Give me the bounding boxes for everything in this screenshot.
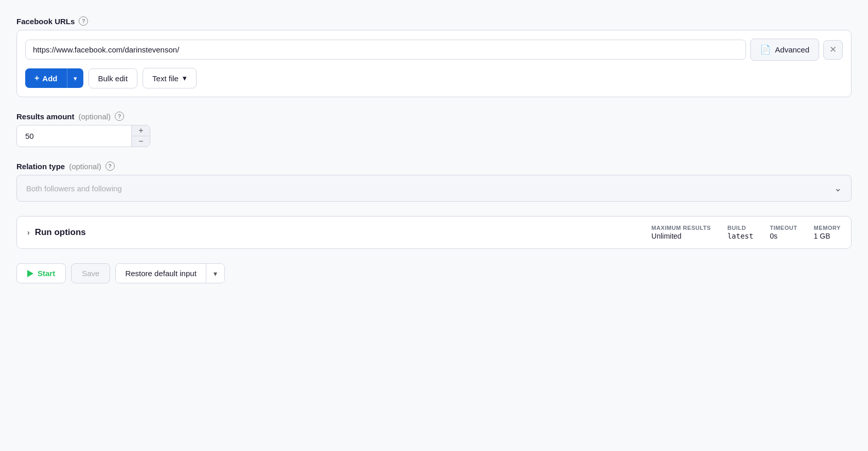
- run-options-section: › Run options MAXIMUM RESULTS Unlimited …: [16, 216, 852, 249]
- add-button-group: + Add ▾: [25, 68, 83, 88]
- results-amount-help-icon[interactable]: ?: [115, 112, 124, 121]
- restore-button-dropdown[interactable]: ▾: [206, 264, 224, 283]
- restore-button-group: Restore default input ▾: [115, 263, 224, 283]
- plus-icon: +: [138, 126, 143, 135]
- url-input[interactable]: [25, 40, 746, 60]
- results-amount-stepper: + −: [16, 125, 150, 147]
- url-outer-box: 📄 Advanced ✕ + Add ▾ Bulk edit Tex: [16, 30, 852, 97]
- add-button-dropdown[interactable]: ▾: [67, 68, 83, 88]
- run-options-chevron-icon: ›: [27, 228, 30, 237]
- bottom-actions: Start Save Restore default input ▾: [16, 263, 852, 283]
- play-icon: [27, 270, 33, 277]
- close-icon: ✕: [829, 44, 837, 55]
- url-row: 📄 Advanced ✕: [25, 39, 843, 61]
- relation-type-section: Relation type (optional) ? Both follower…: [16, 161, 852, 202]
- results-amount-input[interactable]: [17, 125, 131, 147]
- save-button[interactable]: Save: [71, 263, 110, 283]
- url-actions-row: + Add ▾ Bulk edit Text file ▾: [25, 68, 843, 88]
- relation-type-help-icon[interactable]: ?: [105, 161, 115, 171]
- facebook-urls-section: Facebook URLs ? 📄 Advanced ✕ + Add ▾: [16, 16, 852, 97]
- bulk-edit-button[interactable]: Bulk edit: [88, 68, 138, 88]
- restore-button-main[interactable]: Restore default input: [116, 264, 205, 283]
- start-button[interactable]: Start: [16, 263, 66, 283]
- memory-stat: MEMORY 1 GB: [814, 225, 841, 240]
- timeout-stat: TIMEOUT 0s: [770, 225, 797, 240]
- run-options-box: › Run options MAXIMUM RESULTS Unlimited …: [16, 216, 852, 249]
- chevron-down-icon: ▾: [74, 75, 77, 82]
- results-amount-section: Results amount (optional) ? + −: [16, 112, 852, 147]
- run-stats: MAXIMUM RESULTS Unlimited BUILD latest T…: [651, 225, 841, 240]
- minus-icon: −: [138, 137, 143, 146]
- relation-type-label: Relation type (optional) ?: [16, 161, 852, 171]
- results-amount-label: Results amount (optional) ?: [16, 112, 852, 121]
- stepper-decrement-button[interactable]: −: [132, 136, 150, 147]
- stepper-increment-button[interactable]: +: [132, 125, 150, 136]
- max-results-stat: MAXIMUM RESULTS Unlimited: [651, 225, 711, 240]
- add-button-main[interactable]: + Add: [25, 68, 67, 88]
- stepper-buttons: + −: [131, 125, 150, 147]
- advanced-button[interactable]: 📄 Advanced: [750, 39, 819, 61]
- facebook-urls-label: Facebook URLs ?: [16, 16, 852, 26]
- run-options-title[interactable]: › Run options: [27, 227, 643, 238]
- relation-type-chevron-icon: ⌄: [834, 183, 842, 194]
- restore-chevron-icon: ▾: [214, 269, 217, 278]
- build-stat: BUILD latest: [728, 225, 754, 240]
- doc-icon: 📄: [760, 44, 771, 55]
- text-file-chevron-icon: ▾: [183, 74, 187, 83]
- facebook-urls-help-icon[interactable]: ?: [79, 16, 88, 26]
- plus-icon: +: [34, 74, 39, 83]
- relation-type-dropdown[interactable]: Both followers and following ⌄: [16, 175, 852, 202]
- text-file-button[interactable]: Text file ▾: [143, 68, 197, 88]
- close-url-button[interactable]: ✕: [823, 40, 843, 60]
